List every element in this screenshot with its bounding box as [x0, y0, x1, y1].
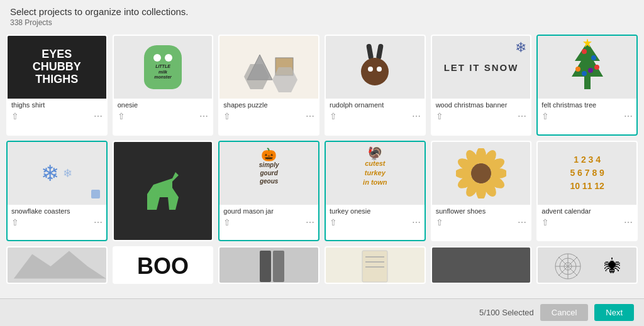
more-icon[interactable]: ⋯: [94, 217, 103, 227]
card-onesie[interactable]: LITTLEmilkmonster onesie ⇧ ⋯: [113, 35, 214, 136]
coaster-square: [91, 190, 100, 198]
card-info: turkey onesie: [326, 205, 425, 216]
card-turkey-onesie[interactable]: cutestturkeyin town 🦃 turkey onesie ⇧ ⋯: [325, 141, 426, 242]
xmas-tree-svg: [565, 39, 609, 95]
more-icon[interactable]: ⋯: [518, 111, 526, 121]
card-name-shapes: shapes puzzle: [223, 101, 314, 109]
card-spider[interactable]: 🕷: [536, 246, 638, 284]
card-snowflake-coasters[interactable]: ❄ ❄ snowflake coasters ⇧ ⋯: [6, 141, 108, 242]
share-icon[interactable]: ⇧: [541, 111, 549, 121]
card-boo[interactable]: BOO: [113, 246, 214, 284]
card-name-advent: advent calendar: [541, 207, 633, 215]
svg-rect-4: [366, 43, 374, 60]
card-info: advent calendar: [538, 205, 636, 216]
web-svg: [554, 253, 582, 281]
more-icon[interactable]: ⋯: [94, 111, 103, 121]
card-mosaic-dinosaur[interactable]: mosaic dinosaur ⇧ ⋯: [113, 141, 214, 242]
card-actions: ⇧ ⋯: [8, 110, 106, 124]
footer: 5/100 Selected Cancel Next: [0, 298, 644, 326]
card-info: gourd mason jar: [219, 205, 318, 216]
card-info: rudolph ornament: [326, 99, 425, 110]
snow-banner-text: LET IT SNOW: [444, 62, 519, 73]
share-icon[interactable]: ⇧: [330, 111, 337, 121]
shark-svg: [8, 247, 106, 284]
card-dark[interactable]: [431, 246, 532, 284]
advent-numbers: 1 2 3 45 6 7 8 910 11 12: [570, 153, 604, 193]
boo-text: BOO: [137, 253, 189, 280]
snowflake-decoration: ❄: [515, 40, 526, 56]
svg-point-11: [591, 55, 596, 60]
share-icon[interactable]: ⇧: [223, 217, 231, 227]
card-shark[interactable]: [6, 246, 108, 284]
more-icon[interactable]: ⋯: [306, 111, 314, 121]
svg-point-13: [588, 68, 593, 73]
next-button[interactable]: Next: [594, 304, 634, 321]
card-info: onesie: [114, 99, 213, 110]
share-icon[interactable]: ⇧: [436, 111, 443, 121]
card-sunflower-shoes[interactable]: sunflower shoes ⇧ ⋯: [431, 141, 532, 242]
shapes-svg: [241, 42, 297, 92]
header: Select projects to organize into collect…: [0, 0, 644, 30]
card-rudolph-ornament[interactable]: rudolph ornament ⇧ ⋯: [325, 35, 426, 136]
card-actions: ⇧ ⋯: [219, 216, 318, 230]
share-icon[interactable]: ⇧: [118, 111, 125, 121]
sunflower-svg: [456, 148, 506, 198]
project-grid: EYESCHUBBYTHIGHS thighs shirt ⇧ ⋯ LITTLE…: [0, 30, 644, 300]
card-felt-christmas-tree[interactable]: felt christmas tree ⇧ ⋯: [536, 35, 638, 136]
card-actions: ⇧ ⋯: [538, 110, 636, 124]
card-bookmark[interactable]: [218, 246, 319, 284]
thumb-image: LITTLEmilkmonster: [114, 36, 213, 99]
more-icon[interactable]: ⋯: [412, 111, 421, 121]
svg-rect-5: [376, 43, 384, 60]
notepad-svg: [359, 249, 391, 284]
card-name-snow-banner: wood christmas banner: [436, 101, 527, 109]
svg-point-15: [582, 71, 587, 76]
card-thighs-shirt[interactable]: EYESCHUBBYTHIGHS thighs shirt ⇧ ⋯: [6, 35, 108, 136]
share-icon[interactable]: ⇧: [11, 217, 19, 227]
cancel-button[interactable]: Cancel: [540, 304, 588, 321]
svg-point-10: [582, 49, 587, 54]
svg-point-12: [575, 67, 580, 72]
card-thumb-dark: [432, 247, 531, 284]
card-thumb-thighs-shirt: EYESCHUBBYTHIGHS: [8, 36, 106, 99]
svg-point-29: [471, 163, 491, 183]
more-icon[interactable]: ⋯: [412, 217, 421, 227]
more-icon[interactable]: ⋯: [518, 217, 526, 227]
card-advent-calendar[interactable]: 1 2 3 45 6 7 8 910 11 12 advent calendar…: [536, 141, 638, 242]
card-gourd-mason-jar[interactable]: simplygourdgeous 🎃 gourd mason jar ⇧ ⋯: [218, 141, 319, 242]
spider-icon: 🕷: [604, 257, 621, 276]
card-thumb-shapes: [219, 36, 318, 99]
page-title: Select projects to organize into collect…: [10, 6, 634, 17]
svg-rect-30: [260, 251, 271, 282]
more-icon[interactable]: ⋯: [624, 111, 633, 121]
card-info: felt christmas tree: [538, 99, 636, 110]
card-notepad[interactable]: [325, 246, 426, 284]
bookmark-svg: [250, 249, 288, 284]
footer-content: 5/100 Selected Cancel Next: [10, 304, 634, 321]
card-thumb-turkey: cutestturkeyin town 🦃: [326, 142, 425, 205]
svg-point-14: [594, 65, 599, 70]
card-thumb-snowflake: ❄ ❄: [8, 142, 106, 205]
card-name-onesie: onesie: [118, 101, 209, 109]
share-icon[interactable]: ⇧: [330, 217, 337, 227]
svg-point-8: [377, 67, 382, 72]
svg-point-7: [368, 67, 373, 72]
card-shapes-puzzle[interactable]: shapes puzzle ⇧ ⋯: [218, 35, 319, 136]
more-icon[interactable]: ⋯: [199, 111, 208, 121]
card-thumb-boo: BOO: [114, 247, 213, 284]
share-icon[interactable]: ⇧: [11, 111, 19, 121]
rudolph-svg: [350, 39, 400, 95]
share-icon[interactable]: ⇧: [436, 217, 443, 227]
card-info: sunflower shoes: [432, 205, 531, 216]
more-icon[interactable]: ⋯: [624, 217, 633, 227]
card-name-thighs-shirt: thighs shirt: [11, 101, 103, 109]
card-actions: ⇧ ⋯: [326, 216, 425, 230]
share-icon[interactable]: ⇧: [541, 217, 549, 227]
card-wood-christmas-banner[interactable]: LET IT SNOW ❄ wood christmas banner ⇧ ⋯: [431, 35, 532, 136]
more-icon[interactable]: ⋯: [306, 217, 314, 227]
share-icon[interactable]: ⇧: [223, 111, 231, 121]
card-actions: ⇧ ⋯: [114, 110, 213, 124]
card-name-sunflower: sunflower shoes: [436, 207, 527, 215]
card-info: snowflake coasters: [8, 205, 106, 216]
snowflake-small-icon: ❄: [63, 166, 72, 180]
